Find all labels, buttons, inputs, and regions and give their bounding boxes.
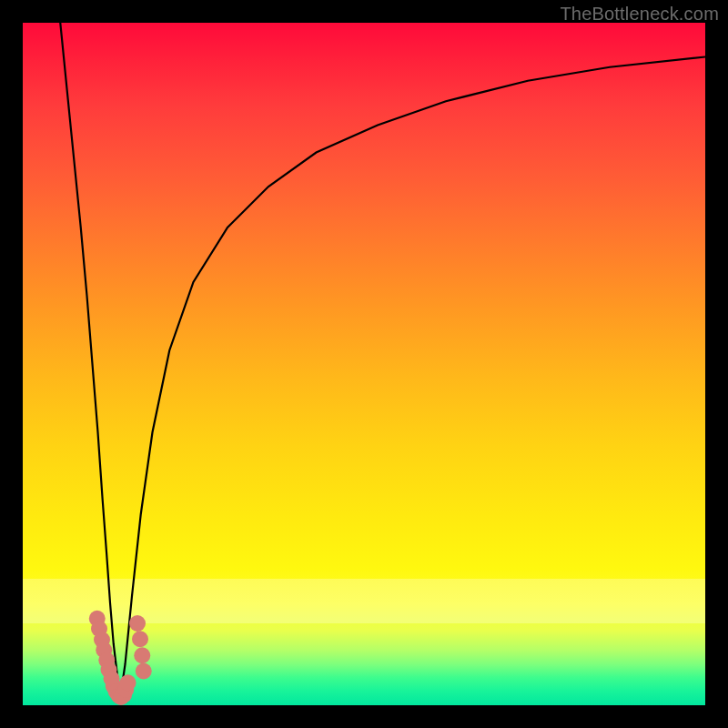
curve-left-branch: [60, 23, 120, 697]
marker-group: [89, 611, 152, 705]
plot-area: [23, 23, 705, 705]
cluster-dot: [136, 663, 152, 680]
chart-frame: TheBottleneck.com: [0, 0, 728, 728]
cluster-dot: [134, 647, 150, 663]
curve-group: [60, 23, 705, 697]
cluster-dot: [120, 674, 136, 691]
cluster-dot: [132, 631, 148, 647]
chart-svg: [23, 23, 705, 705]
curve-right-branch: [120, 57, 705, 698]
watermark-text: TheBottleneck.com: [560, 4, 719, 25]
cluster-dot: [129, 615, 146, 632]
